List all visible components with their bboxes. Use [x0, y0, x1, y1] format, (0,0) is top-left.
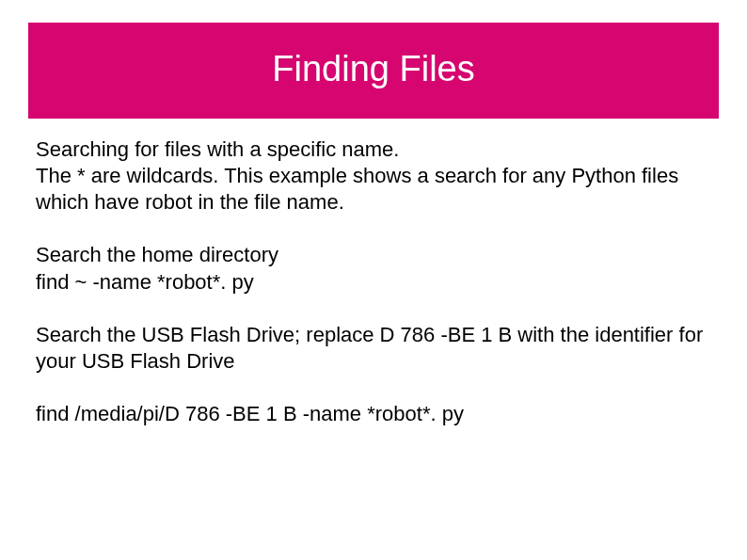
- intro-block: Searching for files with a specific name…: [36, 136, 713, 216]
- intro-line-2: The * are wildcards. This example shows …: [36, 163, 713, 216]
- page-title: Finding Files: [272, 49, 474, 89]
- usb-search-label: Search the USB Flash Drive; replace D 78…: [36, 322, 713, 375]
- home-search-command: find ~ -name *robot*. py: [36, 269, 713, 296]
- home-search-label: Search the home directory: [36, 242, 713, 268]
- slide-content: Searching for files with a specific name…: [36, 136, 713, 454]
- usb-search-block: Search the USB Flash Drive; replace D 78…: [36, 322, 713, 375]
- usb-search-command: find /media/pi/D 786 -BE 1 B -name *robo…: [36, 401, 713, 427]
- title-header: Finding Files: [28, 23, 719, 119]
- usb-command-block: find /media/pi/D 786 -BE 1 B -name *robo…: [36, 401, 713, 427]
- intro-line-1: Searching for files with a specific name…: [36, 136, 713, 163]
- home-search-block: Search the home directory find ~ -name *…: [36, 242, 713, 295]
